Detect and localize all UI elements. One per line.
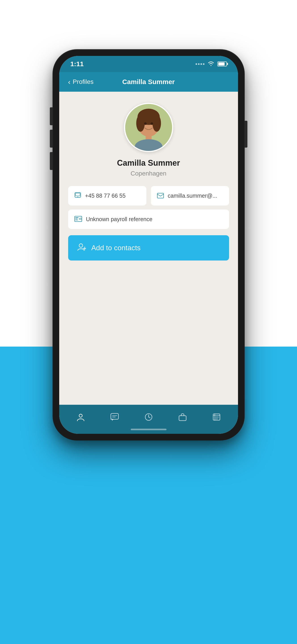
email-address: camilla.summer@...	[168, 192, 217, 199]
phone-number: +45 88 77 66 55	[85, 192, 126, 199]
nav-back-button[interactable]: ‹ Profiles	[68, 78, 94, 86]
nav-wrapper: ‹ Profiles Camilla Summer	[68, 78, 229, 86]
profile-location: Copenhagen	[130, 170, 166, 177]
nav-bar: ‹ Profiles Camilla Summer	[59, 72, 238, 92]
contact-info-row: +45 88 77 66 55 camilla.summer@...	[68, 186, 229, 206]
svg-rect-17	[79, 218, 81, 220]
tab-time[interactable]	[140, 410, 157, 424]
svg-line-29	[149, 417, 150, 418]
back-arrow-icon: ‹	[68, 78, 71, 86]
svg-rect-14	[75, 217, 78, 218]
tab-messages[interactable]	[106, 410, 123, 424]
phone-screen: 1:11	[59, 56, 238, 434]
svg-rect-10	[75, 193, 80, 196]
phone-shell: 1:11	[52, 49, 245, 440]
svg-point-7	[144, 122, 146, 125]
email-icon	[157, 192, 164, 200]
svg-rect-15	[75, 219, 77, 219]
nav-back-label: Profiles	[73, 78, 93, 86]
add-to-contacts-button[interactable]: Add to contacts	[68, 235, 229, 260]
tab-library[interactable]	[208, 410, 225, 424]
payroll-icon	[74, 215, 82, 224]
svg-rect-24	[111, 414, 118, 419]
profile-content: Camilla Summer Copenhagen	[59, 92, 238, 267]
battery-icon	[218, 62, 227, 66]
svg-rect-31	[213, 414, 220, 420]
svg-point-8	[150, 122, 153, 125]
svg-point-20	[79, 244, 83, 247]
profile-name: Camilla Summer	[117, 158, 180, 168]
phone-icon	[74, 192, 81, 200]
wifi-icon	[208, 60, 214, 68]
status-icons	[196, 60, 227, 68]
status-time: 1:11	[70, 60, 84, 68]
payroll-card[interactable]: Unknown payroll reference	[68, 210, 229, 229]
signal-icon	[196, 63, 205, 65]
payroll-reference: Unknown payroll reference	[86, 216, 152, 222]
svg-point-11	[77, 196, 78, 197]
svg-rect-30	[179, 416, 186, 420]
svg-point-23	[79, 414, 82, 417]
home-indicator	[131, 429, 167, 430]
avatar	[124, 103, 173, 152]
status-bar: 1:11	[59, 56, 238, 72]
svg-point-4	[152, 115, 161, 132]
add-contacts-label: Add to contacts	[91, 244, 141, 252]
svg-rect-16	[75, 220, 78, 220]
phone-device: 1:11	[52, 49, 245, 440]
tab-work[interactable]	[174, 410, 191, 424]
tab-profile[interactable]	[72, 410, 89, 424]
svg-rect-12	[157, 193, 164, 198]
svg-point-3	[136, 115, 145, 132]
nav-title: Camilla Summer	[122, 78, 175, 86]
email-card[interactable]: camilla.summer@...	[151, 186, 229, 206]
add-contact-icon	[77, 242, 86, 253]
phone-card[interactable]: +45 88 77 66 55	[68, 186, 146, 206]
